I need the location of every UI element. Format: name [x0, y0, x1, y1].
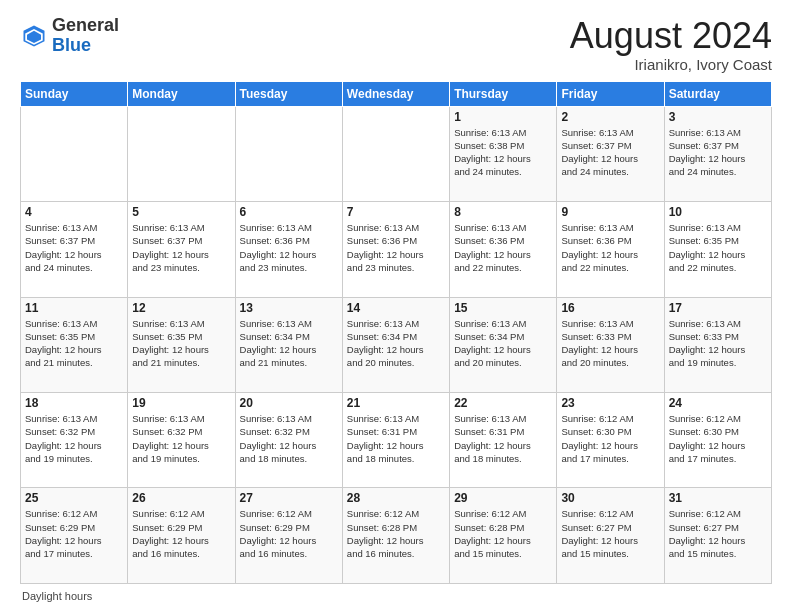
calendar-cell: 20Sunrise: 6:13 AM Sunset: 6:32 PM Dayli…: [235, 393, 342, 488]
day-number: 28: [347, 491, 445, 505]
day-info: Sunrise: 6:13 AM Sunset: 6:34 PM Dayligh…: [454, 317, 552, 370]
days-row: SundayMondayTuesdayWednesdayThursdayFrid…: [21, 81, 772, 106]
calendar-week-1: 1Sunrise: 6:13 AM Sunset: 6:38 PM Daylig…: [21, 106, 772, 201]
day-number: 17: [669, 301, 767, 315]
day-number: 26: [132, 491, 230, 505]
day-info: Sunrise: 6:13 AM Sunset: 6:33 PM Dayligh…: [669, 317, 767, 370]
page: General Blue August 2024 Irianikro, Ivor…: [0, 0, 792, 612]
logo-text: General Blue: [52, 16, 119, 56]
day-number: 2: [561, 110, 659, 124]
day-info: Sunrise: 6:12 AM Sunset: 6:29 PM Dayligh…: [132, 507, 230, 560]
calendar-cell: 26Sunrise: 6:12 AM Sunset: 6:29 PM Dayli…: [128, 488, 235, 584]
day-info: Sunrise: 6:12 AM Sunset: 6:28 PM Dayligh…: [347, 507, 445, 560]
day-info: Sunrise: 6:13 AM Sunset: 6:32 PM Dayligh…: [132, 412, 230, 465]
day-number: 13: [240, 301, 338, 315]
calendar-week-5: 25Sunrise: 6:12 AM Sunset: 6:29 PM Dayli…: [21, 488, 772, 584]
day-info: Sunrise: 6:13 AM Sunset: 6:31 PM Dayligh…: [347, 412, 445, 465]
generalblue-icon: [20, 22, 48, 50]
day-number: 31: [669, 491, 767, 505]
calendar-week-2: 4Sunrise: 6:13 AM Sunset: 6:37 PM Daylig…: [21, 202, 772, 297]
day-number: 16: [561, 301, 659, 315]
weekday-header-sunday: Sunday: [21, 81, 128, 106]
calendar-cell: 19Sunrise: 6:13 AM Sunset: 6:32 PM Dayli…: [128, 393, 235, 488]
day-number: 18: [25, 396, 123, 410]
day-number: 21: [347, 396, 445, 410]
calendar-week-3: 11Sunrise: 6:13 AM Sunset: 6:35 PM Dayli…: [21, 297, 772, 392]
calendar-cell: 5Sunrise: 6:13 AM Sunset: 6:37 PM Daylig…: [128, 202, 235, 297]
day-info: Sunrise: 6:13 AM Sunset: 6:35 PM Dayligh…: [132, 317, 230, 370]
weekday-header-wednesday: Wednesday: [342, 81, 449, 106]
day-number: 22: [454, 396, 552, 410]
day-info: Sunrise: 6:13 AM Sunset: 6:37 PM Dayligh…: [561, 126, 659, 179]
calendar-cell: [342, 106, 449, 201]
day-number: 14: [347, 301, 445, 315]
calendar-cell: 29Sunrise: 6:12 AM Sunset: 6:28 PM Dayli…: [450, 488, 557, 584]
day-number: 19: [132, 396, 230, 410]
subtitle: Irianikro, Ivory Coast: [570, 56, 772, 73]
calendar-cell: 21Sunrise: 6:13 AM Sunset: 6:31 PM Dayli…: [342, 393, 449, 488]
footer-note: Daylight hours: [20, 590, 772, 602]
day-info: Sunrise: 6:13 AM Sunset: 6:32 PM Dayligh…: [240, 412, 338, 465]
calendar-cell: 1Sunrise: 6:13 AM Sunset: 6:38 PM Daylig…: [450, 106, 557, 201]
day-info: Sunrise: 6:12 AM Sunset: 6:27 PM Dayligh…: [561, 507, 659, 560]
calendar-cell: 11Sunrise: 6:13 AM Sunset: 6:35 PM Dayli…: [21, 297, 128, 392]
logo: General Blue: [20, 16, 119, 56]
day-number: 27: [240, 491, 338, 505]
calendar-cell: 6Sunrise: 6:13 AM Sunset: 6:36 PM Daylig…: [235, 202, 342, 297]
day-info: Sunrise: 6:13 AM Sunset: 6:36 PM Dayligh…: [347, 221, 445, 274]
logo-blue: Blue: [52, 35, 91, 55]
calendar-cell: 2Sunrise: 6:13 AM Sunset: 6:37 PM Daylig…: [557, 106, 664, 201]
day-info: Sunrise: 6:13 AM Sunset: 6:37 PM Dayligh…: [669, 126, 767, 179]
day-info: Sunrise: 6:13 AM Sunset: 6:33 PM Dayligh…: [561, 317, 659, 370]
calendar-cell: [235, 106, 342, 201]
calendar-cell: 24Sunrise: 6:12 AM Sunset: 6:30 PM Dayli…: [664, 393, 771, 488]
title-block: August 2024 Irianikro, Ivory Coast: [570, 16, 772, 73]
day-number: 24: [669, 396, 767, 410]
day-info: Sunrise: 6:12 AM Sunset: 6:30 PM Dayligh…: [561, 412, 659, 465]
calendar-cell: 18Sunrise: 6:13 AM Sunset: 6:32 PM Dayli…: [21, 393, 128, 488]
calendar-cell: 30Sunrise: 6:12 AM Sunset: 6:27 PM Dayli…: [557, 488, 664, 584]
calendar-cell: 14Sunrise: 6:13 AM Sunset: 6:34 PM Dayli…: [342, 297, 449, 392]
calendar-cell: 15Sunrise: 6:13 AM Sunset: 6:34 PM Dayli…: [450, 297, 557, 392]
weekday-header-monday: Monday: [128, 81, 235, 106]
calendar-cell: 16Sunrise: 6:13 AM Sunset: 6:33 PM Dayli…: [557, 297, 664, 392]
day-info: Sunrise: 6:12 AM Sunset: 6:29 PM Dayligh…: [25, 507, 123, 560]
calendar-cell: 23Sunrise: 6:12 AM Sunset: 6:30 PM Dayli…: [557, 393, 664, 488]
calendar-cell: [128, 106, 235, 201]
day-number: 4: [25, 205, 123, 219]
day-info: Sunrise: 6:13 AM Sunset: 6:38 PM Dayligh…: [454, 126, 552, 179]
weekday-header-saturday: Saturday: [664, 81, 771, 106]
day-number: 10: [669, 205, 767, 219]
day-number: 29: [454, 491, 552, 505]
day-number: 30: [561, 491, 659, 505]
day-number: 25: [25, 491, 123, 505]
calendar-header: SundayMondayTuesdayWednesdayThursdayFrid…: [21, 81, 772, 106]
day-info: Sunrise: 6:13 AM Sunset: 6:36 PM Dayligh…: [240, 221, 338, 274]
weekday-header-tuesday: Tuesday: [235, 81, 342, 106]
calendar-cell: 10Sunrise: 6:13 AM Sunset: 6:35 PM Dayli…: [664, 202, 771, 297]
calendar-cell: 22Sunrise: 6:13 AM Sunset: 6:31 PM Dayli…: [450, 393, 557, 488]
day-info: Sunrise: 6:13 AM Sunset: 6:35 PM Dayligh…: [669, 221, 767, 274]
day-number: 5: [132, 205, 230, 219]
day-number: 20: [240, 396, 338, 410]
main-title: August 2024: [570, 16, 772, 56]
header: General Blue August 2024 Irianikro, Ivor…: [20, 16, 772, 73]
day-number: 12: [132, 301, 230, 315]
day-info: Sunrise: 6:13 AM Sunset: 6:35 PM Dayligh…: [25, 317, 123, 370]
calendar-cell: 31Sunrise: 6:12 AM Sunset: 6:27 PM Dayli…: [664, 488, 771, 584]
day-number: 7: [347, 205, 445, 219]
calendar-cell: [21, 106, 128, 201]
day-info: Sunrise: 6:13 AM Sunset: 6:32 PM Dayligh…: [25, 412, 123, 465]
calendar-cell: 8Sunrise: 6:13 AM Sunset: 6:36 PM Daylig…: [450, 202, 557, 297]
calendar-cell: 4Sunrise: 6:13 AM Sunset: 6:37 PM Daylig…: [21, 202, 128, 297]
calendar-body: 1Sunrise: 6:13 AM Sunset: 6:38 PM Daylig…: [21, 106, 772, 583]
calendar-table: SundayMondayTuesdayWednesdayThursdayFrid…: [20, 81, 772, 584]
logo-general: General: [52, 15, 119, 35]
calendar-cell: 12Sunrise: 6:13 AM Sunset: 6:35 PM Dayli…: [128, 297, 235, 392]
day-info: Sunrise: 6:13 AM Sunset: 6:37 PM Dayligh…: [132, 221, 230, 274]
calendar-cell: 17Sunrise: 6:13 AM Sunset: 6:33 PM Dayli…: [664, 297, 771, 392]
day-number: 6: [240, 205, 338, 219]
day-number: 9: [561, 205, 659, 219]
day-info: Sunrise: 6:13 AM Sunset: 6:36 PM Dayligh…: [454, 221, 552, 274]
calendar-cell: 27Sunrise: 6:12 AM Sunset: 6:29 PM Dayli…: [235, 488, 342, 584]
